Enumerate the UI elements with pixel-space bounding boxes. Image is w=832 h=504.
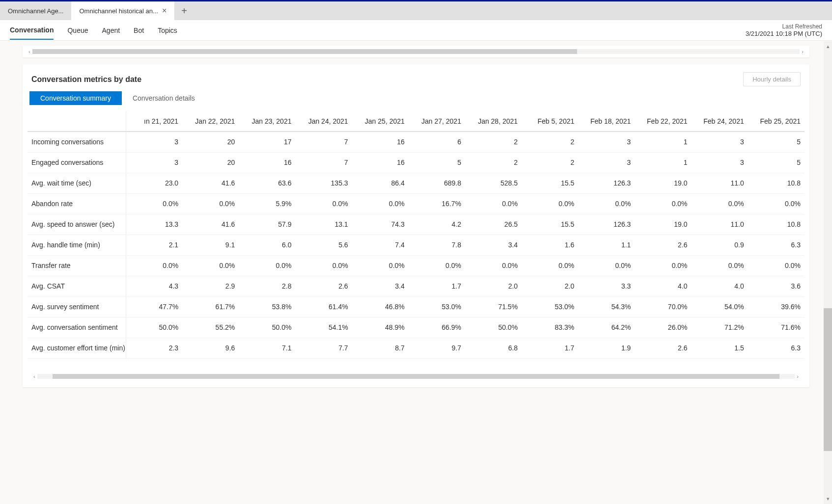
nav-bar: Conversation Queue Agent Bot Topics Last… [0,20,832,41]
column-header[interactable]: Jan 28, 2021 [465,111,522,132]
scroll-up-arrow-icon[interactable]: ▴ [827,43,830,50]
nav-item-agent[interactable]: Agent [102,22,120,39]
data-cell: 0.0% [578,255,635,276]
browser-tab-bar: Omnichannel Age... Omnichannel historica… [0,1,832,20]
nav-item-topics[interactable]: Topics [158,22,177,39]
data-cell: 7.1 [239,338,295,358]
data-cell: 26.5 [465,214,522,235]
scroll-left-arrow-icon[interactable]: ‹ [31,373,37,379]
new-tab-button[interactable]: + [174,5,194,17]
row-label: Avg. CSAT [28,276,126,296]
data-cell: 3.3 [578,276,635,296]
data-cell: 3 [578,152,635,173]
table-row: Avg. CSAT4.32.92.82.63.41.72.02.03.34.04… [28,276,804,296]
data-cell: 126.3 [578,173,635,193]
vertical-scrollbar-track[interactable] [824,50,832,397]
scrollbar-thumb[interactable] [824,308,832,397]
horizontal-scrollbar-track[interactable] [37,374,795,379]
data-cell: 2.6 [635,235,691,255]
table-corner-cell [28,111,126,132]
data-cell: 0.0% [409,255,465,276]
column-header[interactable]: Feb 25, 2021 [748,111,804,132]
table-row: Avg. speed to answer (sec)13.341.657.913… [28,214,804,235]
browser-tab-0[interactable]: Omnichannel Age... [0,1,71,20]
data-cell: 9.7 [409,338,465,358]
data-cell: 528.5 [465,173,522,193]
table-row: Avg. wait time (sec)23.041.663.6135.386.… [28,173,804,193]
column-header[interactable]: Jan 25, 2021 [352,111,409,132]
row-label: Engaged conversations [28,152,126,173]
data-cell: 0.0% [465,193,522,214]
data-cell: 0.0% [295,193,352,214]
row-label: Avg. speed to answer (sec) [28,214,126,235]
data-cell: 3 [692,152,748,173]
data-cell: 1.9 [578,338,635,358]
column-header[interactable]: Jan 22, 2021 [182,111,239,132]
column-header[interactable]: Jan 24, 2021 [295,111,352,132]
scroll-right-arrow-icon[interactable]: › [795,373,801,379]
close-icon[interactable]: × [162,7,166,15]
metrics-table-wrap: ın 21, 2021Jan 22, 2021Jan 23, 2021Jan 2… [28,111,804,359]
data-cell: 2.8 [239,276,295,296]
table-row: Incoming conversations320177166223135 [28,132,804,152]
column-header[interactable]: Feb 5, 2021 [522,111,578,132]
nav-item-conversation[interactable]: Conversation [10,21,54,40]
column-header[interactable]: ın 21, 2021 [126,111,182,132]
data-cell: 0.0% [239,255,295,276]
data-cell: 7.7 [295,338,352,358]
nav-item-queue[interactable]: Queue [67,22,88,39]
data-cell: 8.7 [352,338,409,358]
data-cell: 74.3 [352,214,409,235]
data-cell: 2.0 [522,276,578,296]
browser-tab-1[interactable]: Omnichannel historical an... × [71,1,174,20]
data-cell: 6.3 [748,338,804,358]
tab-conversation-summary[interactable]: Conversation summary [29,91,122,105]
table-row: Engaged conversations320167165223135 [28,152,804,173]
data-cell: 4.2 [409,214,465,235]
data-cell: 57.9 [239,214,295,235]
scroll-right-arrow-icon[interactable]: › [800,49,805,54]
data-cell: 1.7 [409,276,465,296]
data-cell: 0.0% [635,255,691,276]
column-header[interactable]: Feb 22, 2021 [635,111,691,132]
data-cell: 3 [692,132,748,152]
data-cell: 10.8 [748,214,804,235]
data-cell: 0.0% [578,193,635,214]
data-cell: 64.2% [578,317,635,338]
column-header[interactable]: Jan 23, 2021 [239,111,295,132]
page-vertical-scrollbar[interactable]: ▴ ▾ [824,41,832,397]
data-cell: 1 [635,132,691,152]
data-cell: 53.8% [239,296,295,317]
data-cell: 19.0 [635,173,691,193]
data-cell: 54.1% [295,317,352,338]
nav-item-bot[interactable]: Bot [134,22,144,39]
column-header[interactable]: Feb 24, 2021 [692,111,748,132]
data-cell: 17 [239,132,295,152]
data-cell: 50.0% [465,317,522,338]
last-refreshed-value: 3/21/2021 10:18 PM (UTC) [746,30,822,37]
data-cell: 26.0% [635,317,691,338]
table-row: Avg. customer effort time (min)2.39.67.1… [28,338,804,358]
data-cell: 126.3 [578,214,635,235]
hourly-details-button[interactable]: Hourly details [743,72,801,86]
last-refreshed: Last Refreshed 3/21/2021 10:18 PM (UTC) [746,23,822,37]
data-cell: 71.2% [692,317,748,338]
data-cell: 5.9% [239,193,295,214]
data-cell: 0.0% [692,193,748,214]
column-header[interactable]: Feb 18, 2021 [578,111,635,132]
column-header[interactable]: Jan 27, 2021 [409,111,465,132]
data-cell: 1.1 [578,235,635,255]
tab-conversation-details[interactable]: Conversation details [122,91,206,105]
horizontal-scrollbar-track[interactable] [32,49,800,54]
scrollbar-thumb[interactable] [53,374,780,379]
scrollbar-thumb[interactable] [32,49,577,54]
scroll-left-arrow-icon[interactable]: ‹ [27,49,32,54]
data-cell: 1.7 [522,338,578,358]
data-cell: 47.7% [126,296,182,317]
data-cell: 0.0% [182,193,239,214]
data-cell: 0.0% [182,255,239,276]
data-cell: 71.6% [748,317,804,338]
data-cell: 54.3% [578,296,635,317]
data-cell: 9.6 [182,338,239,358]
data-cell: 7 [295,152,352,173]
